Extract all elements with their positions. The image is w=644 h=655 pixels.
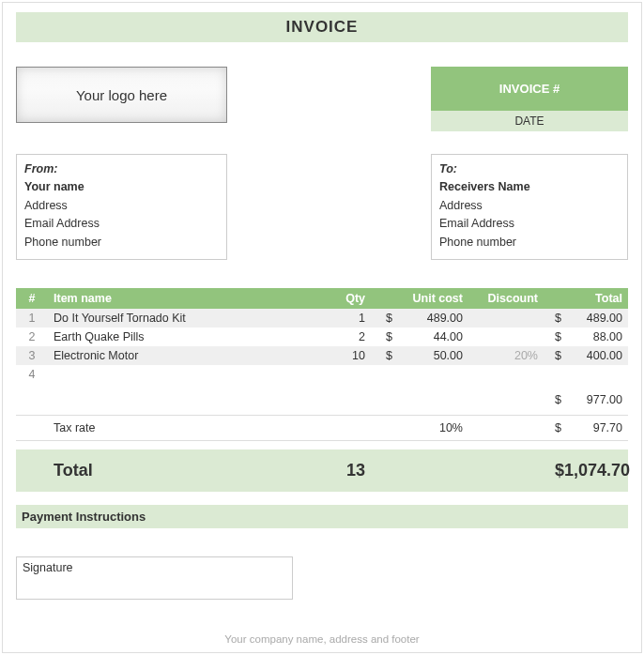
from-address: Address (24, 197, 219, 215)
subtotal-row: $977.00 (16, 384, 628, 409)
total-qty: 13 (322, 449, 375, 492)
address-row: From: Your name Address Email Address Ph… (16, 154, 628, 260)
signature-box[interactable]: Signature (16, 556, 293, 600)
to-box[interactable]: To: Receivers Name Address Email Address… (431, 154, 628, 260)
row-num: 2 (16, 328, 48, 346)
col-qty: Qty (322, 288, 375, 309)
invoice-meta: INVOICE # DATE (431, 67, 628, 131)
row-item: Electronic Motor (48, 346, 322, 365)
from-name: Your name (24, 178, 219, 196)
row-item: Earth Quake Pills (48, 328, 322, 346)
total-row: Total 13 $1,074.70 (16, 449, 628, 492)
tax-rate: 10% (375, 415, 468, 440)
col-num: # (16, 288, 48, 309)
tax-amount: $97.70 (544, 415, 628, 440)
to-name: Receivers Name (439, 178, 620, 196)
page-footer: Your company name, address and footer (3, 633, 641, 645)
table-row[interactable]: 1Do It Yourself Tornado Kit1$489.00$489.… (16, 309, 628, 328)
to-header: To: (439, 160, 620, 178)
tax-row: Tax rate 10% $97.70 (16, 415, 628, 440)
page-title: INVOICE (16, 12, 628, 42)
total-label: Total (48, 449, 322, 492)
from-phone: Phone number (24, 234, 219, 251)
to-address: Address (439, 197, 620, 215)
row-discount (468, 365, 544, 384)
signature-label: Signature (23, 561, 73, 574)
row-total: $400.00 (544, 346, 628, 365)
table-row[interactable]: 4 (16, 365, 628, 384)
row-discount (468, 328, 544, 346)
row-qty: 2 (322, 328, 375, 346)
row-total (544, 365, 628, 384)
invoice-number-label: INVOICE # (431, 67, 628, 111)
header-row: Your logo here INVOICE # DATE (16, 67, 628, 131)
from-email: Email Address (24, 215, 219, 233)
row-num: 3 (16, 346, 48, 365)
row-unit: $44.00 (375, 328, 468, 346)
table-row[interactable]: 2Earth Quake Pills2$44.00$88.00 (16, 328, 628, 346)
row-unit (375, 365, 468, 384)
row-qty (322, 365, 375, 384)
row-unit: $489.00 (375, 309, 468, 328)
tax-label: Tax rate (48, 415, 322, 440)
col-discount: Discount (468, 288, 544, 309)
row-unit: $50.00 (375, 346, 468, 365)
row-num: 1 (16, 309, 48, 328)
col-unit: Unit cost (375, 288, 468, 309)
invoice-date-label: DATE (431, 111, 628, 131)
subtotal-value: $977.00 (544, 384, 628, 409)
row-discount (468, 309, 544, 328)
row-item: Do It Yourself Tornado Kit (48, 309, 322, 328)
logo-placeholder[interactable]: Your logo here (16, 67, 227, 123)
items-table: # Item name Qty Unit cost Discount Total… (16, 288, 628, 493)
from-box[interactable]: From: Your name Address Email Address Ph… (16, 154, 227, 260)
row-discount: 20% (468, 346, 544, 365)
row-qty: 10 (322, 346, 375, 365)
row-num: 4 (16, 365, 48, 384)
to-phone: Phone number (439, 234, 620, 251)
row-total: $489.00 (544, 309, 628, 328)
from-header: From: (24, 160, 219, 178)
to-email: Email Address (439, 215, 620, 233)
row-qty: 1 (322, 309, 375, 328)
col-total: Total (544, 288, 628, 309)
row-item (48, 365, 322, 384)
total-amount: $1,074.70 (544, 449, 628, 492)
row-total: $88.00 (544, 328, 628, 346)
table-row[interactable]: 3Electronic Motor10$50.0020%$400.00 (16, 346, 628, 365)
payment-instructions-header: Payment Instructions (16, 505, 628, 528)
invoice-page: INVOICE Your logo here INVOICE # DATE Fr… (2, 2, 642, 653)
items-header-row: # Item name Qty Unit cost Discount Total (16, 288, 628, 309)
col-item: Item name (48, 288, 322, 309)
